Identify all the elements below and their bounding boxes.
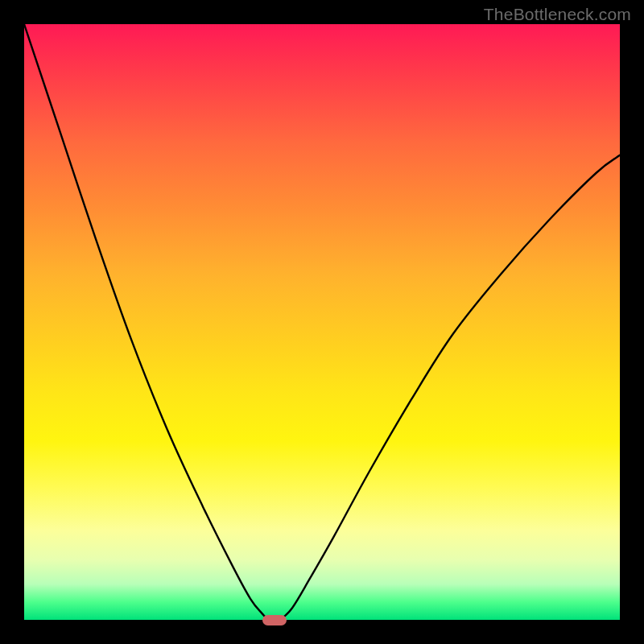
curve-right-branch bbox=[280, 155, 620, 620]
curve-layer bbox=[24, 24, 620, 620]
minimum-marker bbox=[262, 615, 287, 625]
curve-left-branch bbox=[24, 24, 268, 620]
plot-area bbox=[24, 24, 620, 620]
chart-frame: TheBottleneck.com bbox=[0, 0, 644, 644]
watermark-text: TheBottleneck.com bbox=[484, 5, 631, 24]
